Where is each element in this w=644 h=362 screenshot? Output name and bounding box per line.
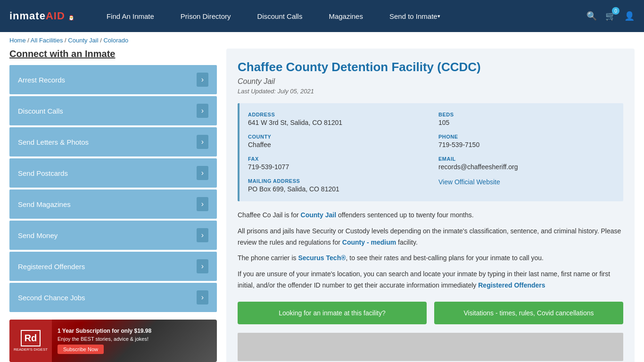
county-jail-link[interactable]: County Jail [301,211,336,219]
main-layout: Connect with an Inmate Arrest Records › … [0,49,644,362]
fax-label: FAX [248,156,424,162]
ad-title: 1 Year Subscription for only $19.98 [58,328,211,334]
chevron-right-icon: › [197,73,208,87]
sidebar-item-discount-calls[interactable]: Discount Calls › [9,96,217,125]
facility-last-updated: Last Updated: July 05, 2021 [238,88,623,95]
fax-block: FAX 719-539-1077 [248,156,424,171]
sidebar-item-registered-offenders[interactable]: Registered Offenders › [9,252,217,281]
search-icon[interactable]: 🔍 [586,11,597,21]
fax-value: 719-539-1077 [248,163,424,171]
breadcrumb-colorado[interactable]: Colorado [103,37,128,44]
nav-prison-directory[interactable]: Prison Directory [167,0,244,32]
email-block: EMAIL records@chaffeesheriff.org [438,156,615,171]
phone-value: 719-539-7150 [438,141,615,148]
desc1: Chaffee Co Jail is for County Jail offen… [238,210,623,221]
email-label: EMAIL [438,156,615,162]
facility-subtitle: County Jail [238,77,623,86]
ad-banner[interactable]: Rd READER'S DIGEST 1 Year Subscription f… [9,320,217,362]
sidebar: Connect with an Inmate Arrest Records › … [9,49,217,362]
address-label: ADDRESS [248,112,424,117]
content-placeholder [238,333,623,361]
beds-label: BEDS [438,112,615,117]
user-icon[interactable]: 👤 [624,11,635,21]
securus-link[interactable]: Securus Tech® [298,254,346,262]
email-value: records@chaffeesheriff.org [438,163,615,171]
facility-content: Chaffee County Detention Facility (CCDC)… [226,49,635,362]
website-block: View Official Website [438,178,615,193]
chevron-right-icon: › [197,228,208,242]
official-website-link[interactable]: View Official Website [438,178,500,186]
facility-info-grid: ADDRESS 641 W 3rd St, Salida, CO 81201 B… [238,103,623,201]
breadcrumb-county-jail[interactable]: County Jail [68,37,98,44]
bottom-buttons: Looking for an inmate at this facility? … [238,302,623,324]
sidebar-item-send-postcards[interactable]: Send Postcards › [9,158,217,188]
website-value[interactable]: View Official Website [438,178,615,186]
phone-block: PHONE 719-539-7150 [438,134,615,148]
ad-subscribe-button[interactable]: Subscribe Now [58,345,104,354]
looking-for-inmate-button[interactable]: Looking for an inmate at this facility? [238,302,427,324]
county-block: COUNTY Chaffee [248,134,424,148]
ad-content: 1 Year Subscription for only $19.98 Enjo… [52,324,217,358]
nav-menu: Find An Inmate Prison Directory Discount… [93,0,586,32]
nav-find-inmate[interactable]: Find An Inmate [93,0,167,32]
sidebar-item-send-money[interactable]: Send Money › [9,221,217,250]
facility-title: Chaffee County Detention Facility (CCDC) [238,60,623,74]
sidebar-menu: Arrest Records › Discount Calls › Send L… [9,65,217,312]
navbar-icons: 🔍 🛒 0 👤 [586,11,635,21]
chevron-right-icon: › [197,259,208,273]
ad-brand: READER'S DIGEST [14,347,48,352]
beds-block: BEDS 105 [438,112,615,126]
mailing-block: MAILING ADDRESS PO Box 699, Salida, CO 8… [248,178,424,193]
chevron-right-icon: › [197,197,208,211]
sidebar-item-send-magazines[interactable]: Send Magazines › [9,189,217,219]
chevron-right-icon: › [197,104,208,118]
chevron-right-icon: › [197,166,208,180]
desc3: The phone carrier is Securus Tech®, to s… [238,253,623,264]
visitations-button[interactable]: Visitations - times, rules, Covid cancel… [434,302,623,324]
sidebar-title: Connect with an Inmate [9,49,217,59]
logo[interactable]: inmateAID 🎅 [9,10,74,22]
beds-value: 105 [438,119,615,126]
county-label: COUNTY [248,134,424,140]
address-block: ADDRESS 641 W 3rd St, Salida, CO 81201 [248,112,424,126]
sidebar-item-second-chance-jobs[interactable]: Second Chance Jobs › [9,283,217,312]
address-value: 641 W 3rd St, Salida, CO 81201 [248,119,424,126]
desc2: All prisons and jails have Security or C… [238,226,623,248]
breadcrumb-home[interactable]: Home [9,37,26,44]
nav-send-to-inmate[interactable]: Send to Inmate [376,0,454,32]
phone-label: PHONE [438,134,615,140]
navbar: inmateAID 🎅 Find An Inmate Prison Direct… [0,0,644,32]
sidebar-item-arrest-records[interactable]: Arrest Records › [9,65,217,94]
nav-magazines[interactable]: Magazines [315,0,376,32]
ad-subtitle: Enjoy the BEST stories, advice & jokes! [58,336,211,342]
sidebar-item-send-letters[interactable]: Send Letters & Photos › [9,127,217,156]
mailing-label: MAILING ADDRESS [248,178,424,184]
cart-badge: 0 [612,7,619,15]
chevron-right-icon: › [197,290,208,304]
breadcrumb-all-facilities[interactable]: All Facilities [31,37,63,44]
desc4: If you are unsure of your inmate's locat… [238,269,623,291]
nav-discount-calls[interactable]: Discount Calls [244,0,316,32]
registered-offenders-link[interactable]: Registered Offenders [478,281,545,289]
county-value: Chaffee [248,141,424,148]
cart-icon[interactable]: 🛒 0 [605,11,616,21]
rd-logo: Rd [21,330,41,346]
mailing-value: PO Box 699, Salida, CO 81201 [248,185,424,193]
ad-logo-area: Rd READER'S DIGEST [9,320,52,362]
breadcrumb: Home / All Facilities / County Jail / Co… [0,32,644,49]
chevron-right-icon: › [197,135,208,149]
county-medium-link[interactable]: County - medium [342,239,396,246]
